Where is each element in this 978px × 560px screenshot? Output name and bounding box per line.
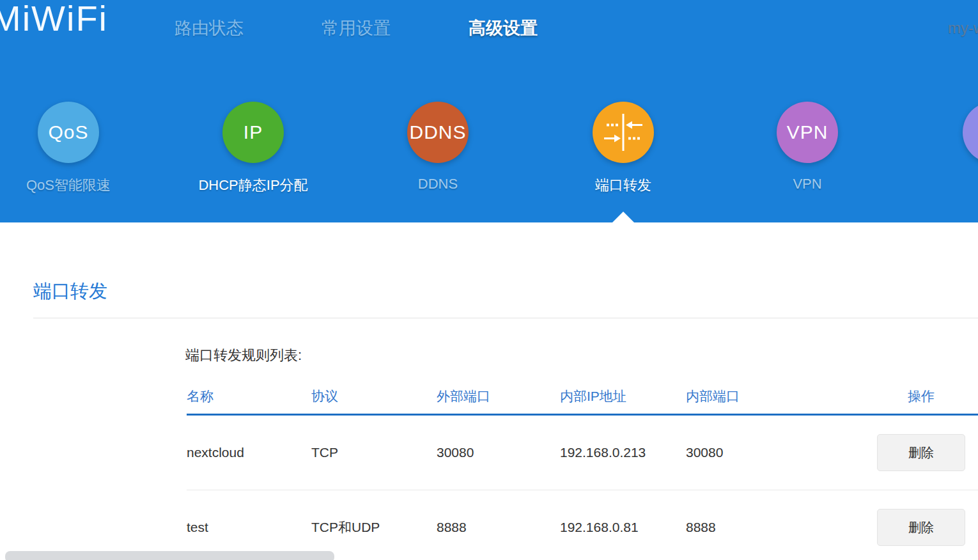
menu-item-qos[interactable]: QoS QoS智能限速 — [0, 102, 158, 195]
port-forward-icon — [593, 102, 654, 163]
menu-item-ddns[interactable]: DDNS DDNS — [348, 102, 527, 192]
col-header-name: 名称 — [187, 387, 311, 405]
cell-name: test — [187, 520, 311, 535]
title-divider — [33, 318, 978, 318]
delete-button[interactable]: 删除 — [877, 509, 965, 546]
vpn-icon: VPN — [777, 102, 838, 163]
cell-internal-port: 30080 — [686, 445, 877, 460]
col-header-external-port: 外部端口 — [437, 387, 560, 405]
port-forward-arrows-glyph — [603, 114, 644, 151]
menu-item-partial-right[interactable] — [904, 102, 978, 163]
tab-router-status[interactable]: 路由状态 — [175, 17, 244, 40]
table-row: test TCP和UDP 8888 192.168.0.81 8888 删除 — [187, 490, 978, 560]
col-header-protocol: 协议 — [311, 387, 437, 405]
menu-label-qos: QoS智能限速 — [0, 176, 158, 195]
page-title: 端口转发 — [33, 279, 107, 304]
col-header-internal-ip: 内部IP地址 — [560, 387, 686, 405]
menu-label-port-forwarding: 端口转发 — [534, 176, 713, 195]
tab-common-settings[interactable]: 常用设置 — [322, 17, 391, 40]
menu-label-vpn: VPN — [718, 176, 897, 192]
cell-internal-ip: 192.168.0.81 — [560, 520, 686, 535]
cell-protocol: TCP和UDP — [311, 518, 437, 536]
cell-external-port: 8888 — [437, 520, 560, 535]
selected-pointer-triangle — [612, 212, 634, 222]
table-header-row: 名称 协议 外部端口 内部IP地址 内部端口 操作 — [187, 387, 978, 416]
table-row: nextcloud TCP 30080 192.168.0.213 30080 … — [187, 416, 978, 490]
menu-item-vpn[interactable]: VPN VPN — [718, 102, 897, 192]
brand-logo[interactable]: MiWiFi — [0, 0, 108, 39]
col-header-action: 操作 — [877, 387, 965, 405]
ip-badge-text: IP — [244, 121, 263, 143]
rules-list-label: 端口转发规则列表: — [185, 346, 302, 365]
port-forward-rules-table: 名称 协议 外部端口 内部IP地址 内部端口 操作 nextcloud TCP … — [187, 387, 978, 560]
vpn-badge-text: VPN — [787, 121, 828, 143]
ddns-badge-text: DDNS — [409, 121, 466, 143]
menu-item-dhcp-static-ip[interactable]: IP DHCP静态IP分配 — [164, 102, 343, 195]
ip-icon: IP — [222, 102, 284, 163]
qos-icon: QoS — [38, 102, 99, 163]
cell-internal-port: 8888 — [686, 520, 877, 535]
delete-button[interactable]: 删除 — [877, 434, 965, 471]
cell-name: nextcloud — [187, 445, 311, 460]
menu-label-dhcp: DHCP静态IP分配 — [164, 176, 343, 195]
cell-external-port: 30080 — [437, 445, 560, 460]
tab-advanced-settings[interactable]: 高级设置 — [469, 17, 538, 40]
menu-label-ddns: DDNS — [348, 176, 527, 192]
device-name[interactable]: my-w — [948, 19, 978, 37]
menu-item-port-forwarding[interactable]: 端口转发 — [534, 102, 713, 195]
header-hero: MiWiFi 路由状态 常用设置 高级设置 my-w QoS QoS智能限速 I… — [0, 0, 978, 222]
col-header-internal-port: 内部端口 — [686, 387, 877, 405]
cell-protocol: TCP — [311, 445, 437, 460]
qos-badge-text: QoS — [48, 121, 88, 143]
partial-circle-icon — [963, 102, 978, 163]
horizontal-scrollbar-thumb[interactable] — [5, 551, 334, 560]
cell-internal-ip: 192.168.0.213 — [560, 445, 686, 460]
ddns-icon: DDNS — [407, 102, 469, 163]
